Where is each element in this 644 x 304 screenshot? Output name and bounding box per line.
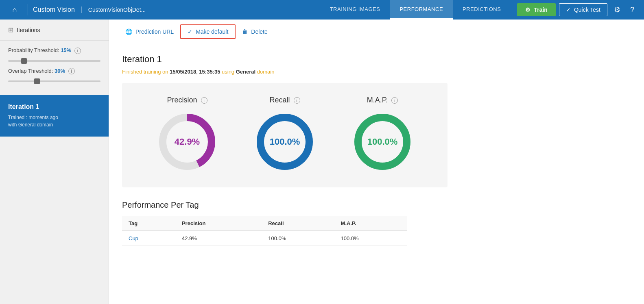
recall-donut: 100.0% — [252, 109, 317, 174]
tab-predictions[interactable]: PREDICTIONS — [453, 0, 511, 20]
header: ⌂ Custom Vision CustomVisionObjDet... TR… — [0, 0, 644, 20]
threshold-section: Probability Threshold: 15% i Overlap Thr… — [0, 41, 109, 95]
perf-tag-title: Performance Per Tag — [122, 200, 631, 210]
metrics-card: Precision i 42.9% Recall — [122, 83, 448, 187]
col-map: M.A.P. — [334, 216, 407, 231]
recall-value: 100.0% — [270, 137, 300, 147]
recall-cell: 100.0% — [262, 231, 334, 246]
probability-label: Probability Threshold: 15% i — [8, 47, 100, 54]
precision-donut: 42.9% — [155, 109, 220, 174]
iterations-icon: ⊞ — [8, 26, 13, 34]
iteration-list-item[interactable]: Iteration 1 Trained : moments ago with G… — [0, 95, 109, 137]
perf-table: Tag Precision Recall M.A.P. Cup 42.9% 10… — [122, 216, 407, 246]
check-icon: ✓ — [188, 28, 192, 35]
probability-slider[interactable] — [8, 60, 100, 62]
toolbar: 🌐 Prediction URL ✓ Make default 🗑 Delete — [109, 20, 644, 44]
col-recall: Recall — [262, 216, 334, 231]
precision-label: Precision i — [167, 96, 207, 104]
gear-icon: ⚙ — [525, 7, 530, 13]
recall-label: Recall i — [269, 96, 300, 104]
precision-metric: Precision i 42.9% — [155, 96, 220, 174]
map-label: M.A.P. i — [367, 96, 398, 104]
tag-cell[interactable]: Cup — [122, 231, 175, 246]
map-donut: 100.0% — [350, 109, 415, 174]
tab-performance[interactable]: PERFORMANCE — [390, 0, 453, 20]
settings-icon[interactable]: ⚙ — [611, 5, 624, 14]
header-divider — [28, 4, 28, 15]
recall-info-icon[interactable]: i — [294, 97, 300, 104]
map-cell: 100.0% — [334, 231, 407, 246]
iteration-trained: Trained : moments ago — [8, 114, 100, 121]
probability-threshold-row: Probability Threshold: 15% i — [8, 47, 100, 63]
overlap-slider[interactable] — [8, 80, 100, 82]
overlap-value: 30% — [55, 68, 65, 74]
content-area: Iteration 1 Finished training on 15/05/2… — [109, 44, 644, 304]
col-precision: Precision — [175, 216, 262, 231]
precision-cell: 42.9% — [175, 231, 262, 246]
check-icon: ✓ — [566, 7, 571, 13]
train-button[interactable]: ⚙ Train — [517, 3, 555, 16]
overlap-info-icon[interactable]: i — [68, 68, 75, 74]
main-nav: TRAINING IMAGES PERFORMANCE PREDICTIONS — [320, 0, 511, 20]
trash-icon: 🗑 — [242, 28, 248, 35]
iterations-label: Iterations — [17, 27, 40, 33]
help-icon[interactable]: ? — [627, 6, 637, 14]
overlap-threshold-row: Overlap Threshold: 30% i — [8, 68, 100, 84]
iteration-title: Iteration 1 — [122, 54, 631, 65]
probability-info-icon[interactable]: i — [74, 48, 81, 54]
sidebar: ⊞ Iterations Probability Threshold: 15% … — [0, 20, 109, 304]
delete-button[interactable]: 🗑 Delete — [236, 25, 274, 38]
globe-icon: 🌐 — [125, 28, 132, 35]
layout: ⊞ Iterations Probability Threshold: 15% … — [0, 20, 644, 304]
iteration-domain: with General domain — [8, 121, 100, 128]
map-value: 100.0% — [367, 137, 398, 147]
sidebar-header: ⊞ Iterations — [0, 20, 109, 41]
precision-info-icon[interactable]: i — [201, 97, 207, 104]
precision-value: 42.9% — [175, 137, 200, 147]
map-info-icon[interactable]: i — [391, 97, 398, 104]
make-default-button[interactable]: ✓ Make default — [180, 24, 236, 39]
table-row: Cup 42.9% 100.0% 100.0% — [122, 231, 407, 246]
tab-training-images[interactable]: TRAINING IMAGES — [320, 0, 390, 20]
recall-metric: Recall i 100.0% — [252, 96, 317, 174]
app-name: Custom Vision — [33, 6, 75, 13]
probability-value: 15% — [61, 47, 71, 53]
main-content: 🌐 Prediction URL ✓ Make default 🗑 Delete… — [109, 20, 644, 304]
header-actions: ⚙ Train ✓ Quick Test ⚙ ? — [517, 3, 637, 16]
col-tag: Tag — [122, 216, 175, 231]
quick-test-button[interactable]: ✓ Quick Test — [559, 3, 607, 16]
home-button[interactable]: ⌂ — [7, 0, 23, 20]
iteration-name: Iteration 1 — [8, 103, 100, 111]
iteration-subtitle: Finished training on 15/05/2018, 15:35:3… — [122, 69, 631, 75]
project-name[interactable]: CustomVisionObjDet... — [81, 7, 146, 13]
overlap-label: Overlap Threshold: 30% i — [8, 68, 100, 75]
prediction-url-button[interactable]: 🌐 Prediction URL — [119, 25, 180, 38]
map-metric: M.A.P. i 100.0% — [350, 96, 415, 174]
